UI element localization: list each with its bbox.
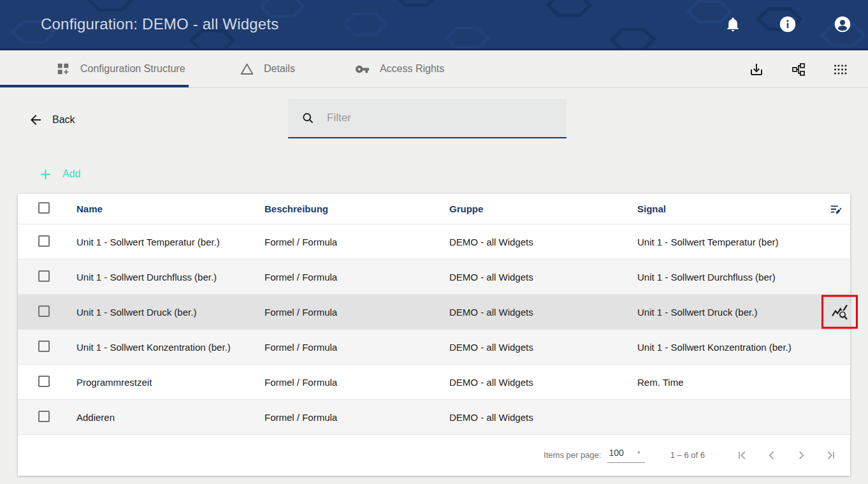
filter-field [288,99,567,138]
apps-grid-icon[interactable] [832,61,849,78]
download-icon[interactable] [748,61,765,78]
tab-bar: Configuration Structure Details Access R… [0,48,868,88]
next-page-icon[interactable] [793,447,809,464]
cell-name: Programmrestzeit [76,377,264,388]
column-header-beschreibung: Beschreibung [264,203,449,214]
user-icon[interactable] [834,15,851,33]
back-arrow-icon [27,111,45,129]
row-checkbox[interactable] [38,270,50,282]
active-tab-indicator [0,85,189,87]
row-checkbox[interactable] [38,341,50,352]
main-content: Back Add Name Beschreibung Gruppe Signal [0,88,868,484]
cell-gruppe: DEMO - all Widgets [449,272,637,282]
previous-page-icon[interactable] [763,447,780,464]
table-rows: Unit 1 - Sollwert Temperatur (ber.) Form… [18,224,850,435]
cell-signal: Unit 1 - Sollwert Durchfluss (ber) [637,272,804,282]
cell-signal: Unit 1 - Sollwert Druck (ber.) [637,307,804,318]
row-checkbox[interactable] [38,235,50,247]
cell-name: Addieren [76,412,264,423]
cell-beschreibung: Formel / Formula [264,377,449,388]
items-per-page-select[interactable]: 100 [607,448,644,463]
select-all-checkbox[interactable] [38,202,50,214]
cell-beschreibung: Formel / Formula [264,307,449,318]
column-header-name: Name [76,203,264,214]
table-row[interactable]: Addieren Formel / Formula DEMO - all Wid… [18,400,850,435]
chevron-down-icon [635,449,642,456]
table-row[interactable]: Unit 1 - Sollwert Temperatur (ber.) Form… [18,224,850,260]
page-title: Configuration: DEMO - all Widgets [41,15,278,33]
column-header-signal: Signal [637,203,804,214]
filter-input[interactable] [327,112,558,124]
cell-name: Unit 1 - Sollwert Temperatur (ber.) [76,237,264,247]
table-row[interactable]: Programmrestzeit Formel / Formula DEMO -… [18,365,850,400]
table-row[interactable]: Unit 1 - Sollwert Druck (ber.) Formel / … [18,295,850,330]
cell-signal: Unit 1 - Sollwert Konzentration (ber.) [637,342,804,353]
tab-details[interactable]: Details [238,50,295,87]
info-icon[interactable] [779,15,797,33]
cell-beschreibung: Formel / Formula [264,237,449,247]
tab-label: Details [264,63,295,75]
back-label: Back [52,114,75,126]
cell-gruppe: DEMO - all Widgets [449,237,637,247]
edit-list-icon[interactable] [827,200,845,218]
page-range-label: 1 – 6 of 6 [670,450,705,460]
bell-icon[interactable] [724,15,742,33]
items-per-page-label: Items per page: [544,450,601,460]
cell-beschreibung: Formel / Formula [264,412,449,423]
row-checkbox[interactable] [38,411,50,422]
tab-access-rights[interactable]: Access Rights [354,50,444,87]
warning-triangle-icon [238,60,256,78]
key-icon [354,60,372,78]
cell-beschreibung: Formel / Formula [264,272,449,282]
app-header: Configuration: DEMO - all Widgets [0,0,868,48]
row-checkbox[interactable] [38,376,50,387]
table-header-row: Name Beschreibung Gruppe Signal [18,194,850,224]
first-page-icon[interactable] [734,447,751,464]
last-page-icon[interactable] [822,447,839,464]
search-icon [299,109,317,127]
cell-gruppe: DEMO - all Widgets [449,307,637,318]
signals-table: Name Beschreibung Gruppe Signal Unit 1 -… [18,194,850,476]
items-per-page-value: 100 [609,448,623,458]
cell-name: Unit 1 - Sollwert Druck (ber.) [76,307,264,318]
add-button[interactable]: Add [36,165,80,183]
table-row[interactable]: Unit 1 - Sollwert Konzentration (ber.) F… [18,330,850,365]
cell-name: Unit 1 - Sollwert Konzentration (ber.) [76,342,264,353]
tab-label: Configuration Structure [80,63,185,75]
back-button[interactable]: Back [27,111,75,129]
dashboard-customize-icon [54,60,72,78]
cell-gruppe: DEMO - all Widgets [449,412,637,423]
cell-gruppe: DEMO - all Widgets [449,342,637,353]
paginator: Items per page: 100 1 – 6 of 6 [18,435,850,475]
cell-gruppe: DEMO - all Widgets [449,377,637,388]
cell-signal: Rem. Time [637,377,804,388]
add-label: Add [62,168,80,180]
cell-name: Unit 1 - Sollwert Durchfluss (ber.) [76,272,264,282]
plus-icon [36,165,54,183]
tab-configuration-structure[interactable]: Configuration Structure [0,50,189,87]
cell-signal: Unit 1 - Sollwert Temperatur (ber) [637,237,804,247]
tab-label: Access Rights [380,63,444,75]
column-header-gruppe: Gruppe [449,203,637,214]
cell-beschreibung: Formel / Formula [264,342,449,353]
table-row[interactable]: Unit 1 - Sollwert Durchfluss (ber.) Form… [18,260,850,295]
tree-structure-icon[interactable] [790,61,807,78]
row-checkbox[interactable] [38,305,50,317]
